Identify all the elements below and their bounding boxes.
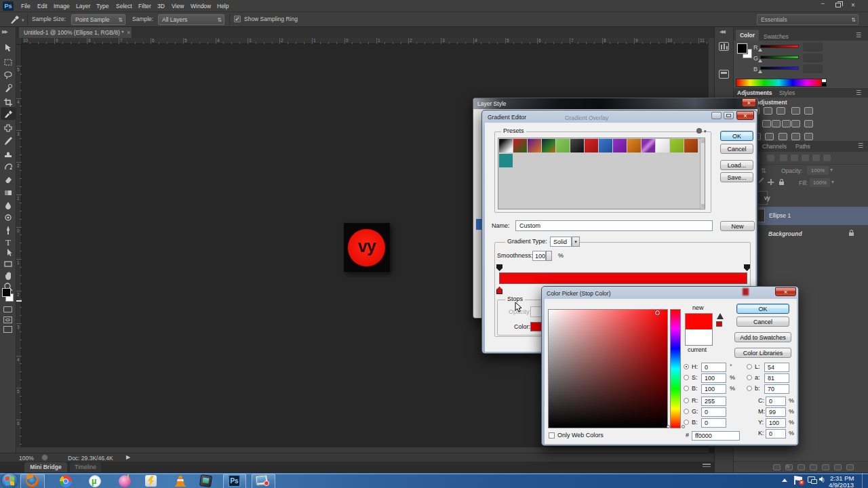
svg-text:T: T xyxy=(5,237,11,247)
